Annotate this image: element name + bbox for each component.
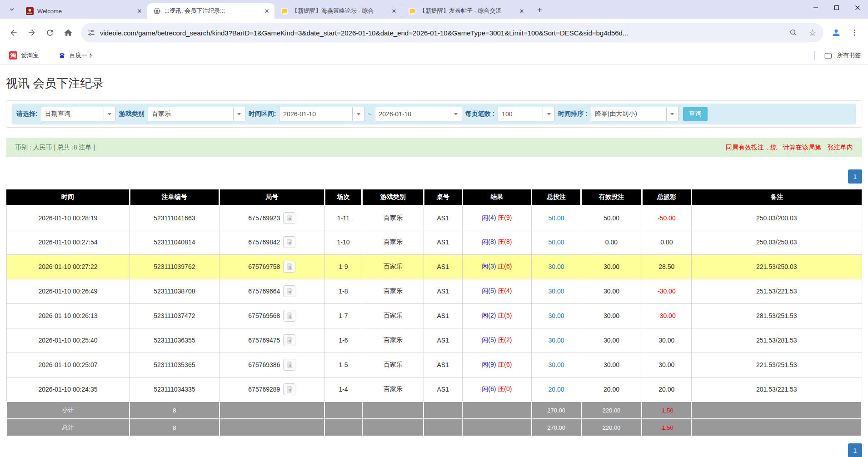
all-bookmarks[interactable]: 所有书签 [814,51,861,60]
cell-total-bet[interactable]: 50.00 [532,205,581,230]
cell-bet-id: 523111035365 [130,353,219,377]
tab-close-icon[interactable]: ✕ [518,7,526,15]
address-bar[interactable]: videoie.com/game/betrecord_search/kind3?… [81,23,823,42]
tab-welcome[interactable]: Welcome ✕ [20,3,147,19]
tab-close-icon[interactable]: ✕ [135,7,144,15]
video-replay-button[interactable] [283,261,295,273]
page-content: 视讯 会员下注纪录 请选择: 日期查询 游戏类别 百家乐 时间区间: 2026-… [0,75,868,457]
url-text[interactable]: videoie.com/game/betrecord_search/kind3?… [100,29,782,37]
tab-close-icon[interactable]: ✕ [390,7,398,15]
home-button[interactable] [59,24,77,42]
taobao-icon: 淘 [9,51,17,60]
cell-remark: 281.53/251.53 [691,303,862,328]
bookmarks-bar: 淘 爱淘宝 百度一下 所有书签 [0,47,868,65]
cell-game: 百家乐 [362,279,424,303]
cell-game: 百家乐 [362,205,424,230]
menu-button[interactable] [845,24,863,42]
window-close-icon[interactable] [847,0,868,15]
summary-remark [691,402,862,419]
cell-total-bet[interactable]: 30.00 [532,328,581,353]
bookmark-taobao[interactable]: 淘 爱淘宝 [7,50,40,61]
tab-title: Welcome [37,8,132,15]
new-tab-button[interactable]: + [533,4,546,16]
window-minimize-icon[interactable] [805,0,826,15]
cell-payout: 20.00 [642,377,691,402]
video-replay-button[interactable] [283,334,295,346]
cell-result: 闲(3) 庄(6) [462,254,531,279]
page-size-value: 100 [498,107,543,121]
tab-search-button[interactable] [5,3,18,16]
window-maximize-icon[interactable] [826,0,847,15]
cell-payout: 28.50 [642,254,691,279]
forward-button[interactable] [23,24,41,42]
tab-title: 【新提醒】发表帖子 - 综合交流 [419,7,514,15]
sort-label: 时间排序 : [558,110,588,118]
cell-total-bet[interactable]: 30.00 [532,279,581,303]
summary-remark [691,419,862,436]
result-banker: 庄(8) [498,238,512,245]
bookmark-label: 百度一下 [70,51,93,60]
cell-round: 675769842 [219,230,324,254]
round-number: 675769758 [248,263,280,270]
result-text: 闲(3) 庄(6) [482,263,512,270]
summary-session [324,402,362,419]
search-button[interactable]: 查询 [683,107,708,121]
sort-select[interactable]: 降幂(由大到小) [591,107,678,121]
cell-total-bet[interactable]: 30.00 [532,303,581,328]
video-replay-button[interactable] [283,236,295,248]
date-end-select[interactable]: 2026-01-10 [375,107,462,121]
site-info-icon[interactable] [87,29,95,37]
date-range-label: 时间区间: [249,110,276,118]
notice-text: 同局有效投注，统一计算在该局第一张注单内 [726,144,853,152]
filter-panel: 请选择: 日期查询 游戏类别 百家乐 时间区间: 2026-01-10 ~ 20… [6,100,862,128]
zoom-out-icon [789,29,798,37]
summary-round [219,419,324,436]
video-replay-button[interactable] [283,285,295,297]
cell-total-bet[interactable]: 30.00 [532,254,581,279]
profile-button[interactable] [827,24,845,42]
bookmark-baidu[interactable]: 百度一下 [56,50,95,61]
video-file-icon [286,337,293,344]
folder-icon [824,51,833,60]
date-start-select[interactable]: 2026-01-10 [279,107,364,121]
col-header-time: 时间 [6,189,130,205]
cell-valid-bet: 50.00 [581,205,642,230]
game-type-select[interactable]: 百家乐 [148,107,245,121]
chevron-down-icon [543,107,554,121]
col-header-remark: 备注 [691,189,862,205]
page-1-button[interactable]: 1 [848,443,862,457]
page-1-button[interactable]: 1 [848,169,862,184]
back-button[interactable] [5,24,23,42]
cell-game: 百家乐 [362,303,424,328]
cell-game: 百家乐 [362,377,424,402]
cell-valid-bet: 30.00 [581,303,642,328]
video-replay-button[interactable] [283,383,295,395]
col-header-game: 游戏类别 [362,189,424,205]
bet-table-footer: 小计8270.00220.00-1.50总计8270.00220.00-1.50 [6,402,862,436]
cell-table: AS1 [424,303,462,328]
bookmark-star-icon[interactable]: ☆ [805,25,820,40]
page-size-select[interactable]: 100 [498,107,555,121]
tab-close-icon[interactable]: ✕ [263,7,271,15]
tab-forum-post[interactable]: 【新提醒】发表帖子 - 综合交流 ✕ [402,3,529,19]
result-text: 闲(5) 庄(2) [482,336,512,343]
bookmark-label: 爱淘宝 [21,51,39,60]
cell-remark: 250.03/250.03 [691,230,862,254]
video-replay-button[interactable] [283,359,295,371]
summary-total-bet: 270.00 [532,419,581,436]
tab-bet-records-active[interactable]: :::视讯, 会员下注纪录::: ✕ [147,3,274,19]
reload-button[interactable] [41,24,59,42]
video-replay-button[interactable] [283,212,295,224]
query-type-select[interactable]: 日期查询 [41,107,116,121]
cell-valid-bet: 30.00 [581,279,642,303]
zoom-level-button[interactable] [786,25,801,40]
cell-total-bet[interactable]: 30.00 [532,353,581,377]
tab-forum-haiyan[interactable]: 【新提醒】海燕策略论坛 - 综合 ✕ [274,3,402,19]
forum-favicon-icon [408,7,416,15]
result-banker: 庄(6) [498,263,512,270]
cell-total-bet[interactable]: 20.00 [532,377,581,402]
video-replay-button[interactable] [283,310,295,322]
date-end-value: 2026-01-10 [375,107,450,121]
cell-table: AS1 [424,254,462,279]
cell-total-bet[interactable]: 50.00 [532,230,581,254]
